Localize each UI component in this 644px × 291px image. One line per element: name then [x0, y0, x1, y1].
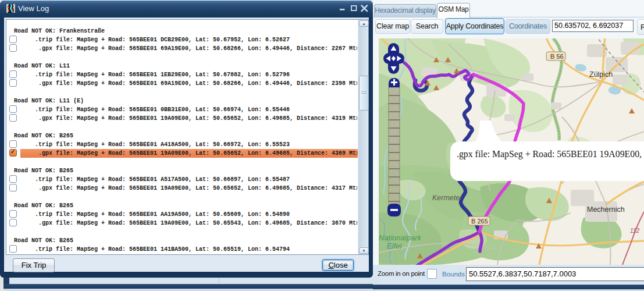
- svg-text:B 56: B 56: [550, 53, 564, 60]
- svg-text:112: 112: [630, 228, 639, 234]
- svg-text:Nationalpark: Nationalpark: [379, 233, 422, 242]
- svg-text:Kermeter: Kermeter: [432, 194, 462, 202]
- svg-text:Eifel: Eifel: [387, 242, 402, 250]
- svg-text:B 265: B 265: [471, 218, 488, 225]
- svg-text:.gpx file: MapSeg + Road: 565B: .gpx file: MapSeg + Road: 565BEE01 19A09…: [457, 148, 642, 159]
- svg-text:Mechernich: Mechernich: [587, 205, 625, 214]
- svg-text:Zülpich: Zülpich: [589, 70, 613, 79]
